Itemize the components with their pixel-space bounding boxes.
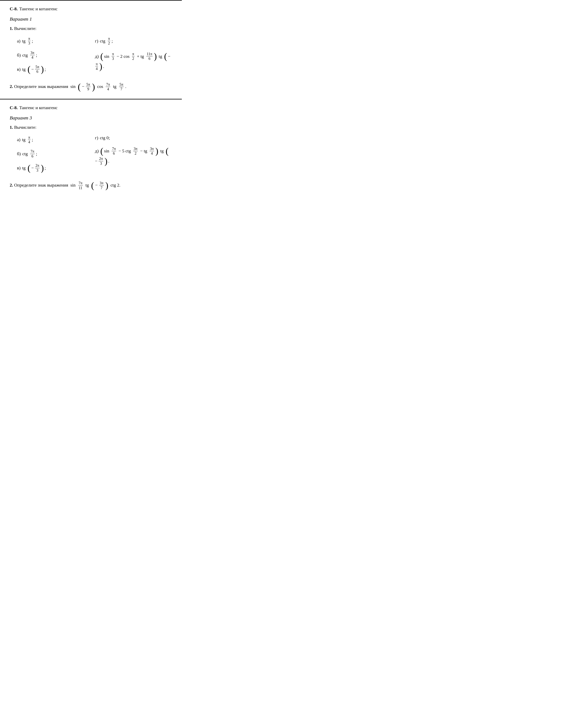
frac-d1-4: π 4 bbox=[95, 62, 98, 71]
item-a1: а) tg π 3 ; bbox=[16, 34, 94, 48]
p2-frac2: 7π 4 bbox=[106, 82, 110, 92]
item-g1: г) ctg π 2 ; bbox=[94, 34, 172, 48]
p2-minus-3: − bbox=[95, 182, 98, 187]
rparen-v1: ) bbox=[41, 66, 44, 73]
p2-tg-3: tg bbox=[84, 182, 90, 187]
frac-den-b1: 4 bbox=[31, 55, 34, 60]
p2-sin-3: sin bbox=[70, 182, 77, 187]
dot-d3: . bbox=[108, 158, 109, 164]
item-d1: д) ( sin π 3 − 2 cos π 2 + tg 11π bbox=[94, 48, 172, 74]
frac-den-v1: 6 bbox=[36, 69, 38, 74]
left-col-3: а) tg π 4 ; б) ctg 7π 6 ; bbox=[16, 133, 94, 175]
item-label-v3: в) bbox=[17, 165, 21, 171]
problem2-block-1: 2. Определите знак выражения sin ( − 5π … bbox=[10, 82, 172, 92]
item-v3: в) tg ( − 2π 3 ) ; bbox=[16, 161, 94, 175]
p2-dot-1: . bbox=[125, 84, 127, 89]
problem2-number-1: 2. bbox=[10, 84, 13, 89]
p2-rparen-3: ) bbox=[105, 181, 108, 190]
sin-d3: sin bbox=[104, 148, 110, 154]
item-a3: а) tg π 4 ; bbox=[16, 133, 94, 147]
problem1-title-1: 1. Вычислите: bbox=[10, 26, 172, 31]
items-grid-3: а) tg π 4 ; б) ctg 7π 6 ; bbox=[16, 133, 172, 175]
problem2-block-3: 2. Определите знак выражения sin 7π 11 t… bbox=[10, 181, 172, 190]
tg-d3: tg bbox=[159, 148, 165, 154]
section-variant1: С-8. Тангенс и котангенс Вариант 1 1. Вы… bbox=[0, 0, 182, 99]
frac-num-a1: π bbox=[28, 36, 30, 41]
item-semi-g1: ; bbox=[111, 38, 113, 44]
minus-d1-2: − bbox=[168, 54, 170, 59]
item-g3: г) ctg 0; bbox=[94, 133, 172, 143]
rparen-d1-1: ) bbox=[154, 53, 157, 60]
p2-frac3: 5π 7 bbox=[119, 82, 124, 92]
p2-lparen-3: ( bbox=[91, 181, 94, 190]
section-header-1: С-8. Тангенс и котангенс bbox=[10, 6, 172, 11]
item-semi-b3: ; bbox=[36, 151, 37, 156]
item-semi-v1: ; bbox=[45, 67, 46, 72]
item-label-v1: в) bbox=[17, 67, 21, 72]
item-d3: д) ( sin 7π 6 − 5 ctg 3π 2 − tg 3π bbox=[94, 143, 172, 168]
problem1-block-3: 1. Вычислите: а) tg π 4 ; б) bbox=[10, 125, 172, 175]
problem1-number-1: 1. bbox=[10, 26, 13, 31]
item-content-b3: ctg bbox=[22, 151, 29, 156]
p2-cos-1: cos bbox=[96, 84, 104, 89]
p2-frac3-2: 3π 7 bbox=[99, 181, 104, 190]
fraction-a1: π 3 bbox=[28, 36, 30, 46]
minus-d3: − 5 ctg bbox=[117, 148, 132, 154]
lparen-d3: ( bbox=[100, 147, 103, 155]
item-label-b3: б) bbox=[17, 151, 21, 156]
frac-num-b1: 3π bbox=[30, 51, 35, 55]
section-code-1: С-8. bbox=[10, 6, 18, 11]
item-content-a3: tg bbox=[22, 137, 27, 142]
problem2-text-3: Определите знак выражения bbox=[14, 182, 69, 187]
section-header-3: С-8. Тангенс и котангенс bbox=[10, 105, 172, 110]
fraction-b1: 3π 4 bbox=[30, 51, 35, 60]
lparen-d1: ( bbox=[100, 53, 103, 60]
rparen-v3: ) bbox=[41, 164, 44, 172]
plus-d1: + tg bbox=[136, 54, 145, 59]
item-b3: б) ctg 7π 6 ; bbox=[16, 147, 94, 161]
p2-minus-1: − bbox=[82, 84, 84, 89]
fraction-b3: 7π 6 bbox=[30, 149, 35, 158]
problem2-sin-1: sin bbox=[70, 84, 77, 89]
frac-d1-2: π 2 bbox=[132, 52, 135, 61]
item-b1: б) ctg 3π 4 ; bbox=[16, 48, 94, 62]
item-content-v1: tg bbox=[22, 67, 27, 72]
item-label-a1: а) bbox=[17, 38, 20, 44]
p2-ctg-3: ctg 2. bbox=[109, 182, 121, 187]
section-title-text-3: Тангенс и котангенс bbox=[19, 105, 58, 110]
problem1-text-3: Вычислите: bbox=[14, 125, 36, 130]
item-v1: в) tg ( − 5π 6 ) ; bbox=[16, 62, 94, 76]
item-content-g3: ctg 0; bbox=[100, 135, 110, 140]
p2-rparen-1: ) bbox=[92, 82, 95, 92]
problem1-block-1: 1. Вычислите: а) tg π 3 ; б) bbox=[10, 26, 172, 76]
section-code-3: С-8. bbox=[10, 105, 18, 110]
frac-d3-3: 3π 4 bbox=[150, 147, 154, 156]
item-label-a3: а) bbox=[17, 137, 20, 142]
fraction-v3: 2π 3 bbox=[35, 163, 40, 173]
minus-d3-2: − tg bbox=[139, 148, 148, 154]
item-semi-a3: ; bbox=[32, 137, 33, 142]
rparen-d1-2: ) bbox=[99, 63, 102, 70]
item-label-d1: д) bbox=[95, 54, 99, 59]
right-col-1: г) ctg π 2 ; д) ( sin π 3 bbox=[94, 34, 172, 76]
frac-d3-1: 7π 6 bbox=[111, 147, 116, 156]
item-content-v3: tg bbox=[22, 165, 27, 171]
frac-num-v1: 5π bbox=[35, 65, 40, 69]
variant-title-1: Вариант 1 bbox=[10, 16, 172, 22]
problem1-title-3: 1. Вычислите: bbox=[10, 125, 172, 130]
frac-d3-2: 3π 2 bbox=[133, 147, 138, 156]
item-semi-b1: ; bbox=[36, 53, 37, 58]
tg-d1: tg bbox=[158, 54, 163, 59]
fraction-g1: π 2 bbox=[108, 36, 110, 46]
frac-den-a1: 3 bbox=[28, 41, 30, 46]
dot-d1: . bbox=[103, 64, 104, 69]
fraction-a3: π 4 bbox=[28, 135, 30, 145]
lparen-d3-2: ( bbox=[166, 147, 169, 155]
frac-num-g1: π bbox=[108, 36, 110, 41]
item-content-a1: tg bbox=[22, 38, 27, 44]
p2-tg-1: tg bbox=[112, 84, 117, 89]
rparen-d3-2: ) bbox=[104, 157, 107, 165]
minus-v1: − bbox=[31, 67, 34, 72]
lparen-v3: ( bbox=[27, 164, 30, 172]
minus-d3-3: − bbox=[95, 158, 97, 164]
